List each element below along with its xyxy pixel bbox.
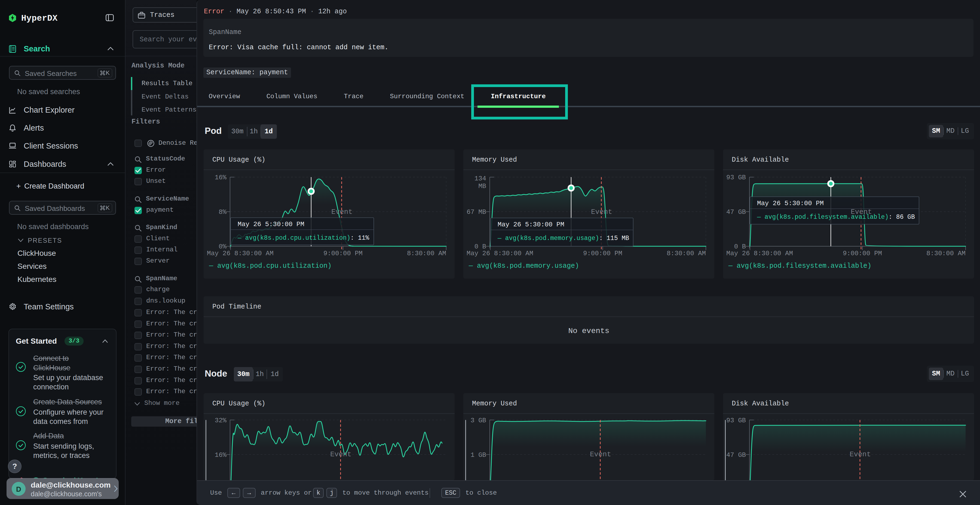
svg-text:May 26 5:30:00 PM: May 26 5:30:00 PM <box>238 221 304 228</box>
svg-text:Event: Event <box>591 208 612 216</box>
svg-text:Event: Event <box>850 450 871 459</box>
svg-text:47 GB: 47 GB <box>726 208 746 216</box>
svg-text:May 26 8:30:00 AM: May 26 8:30:00 AM <box>726 250 793 257</box>
svg-text:3 GB: 3 GB <box>470 417 486 424</box>
svg-text:16%: 16% <box>215 174 227 181</box>
svg-text:93 GB: 93 GB <box>726 174 746 181</box>
svg-text:93 GB: 93 GB <box>726 417 746 424</box>
svg-text:— avg(k8s.pod.cpu.utilization): — avg(k8s.pod.cpu.utilization): 11% <box>237 235 369 241</box>
svg-text:0%: 0% <box>219 243 226 250</box>
svg-text:47 GB: 47 GB <box>726 451 746 459</box>
svg-text:Event: Event <box>330 450 352 459</box>
svg-text:May 26 5:30:00 PM: May 26 5:30:00 PM <box>498 221 564 228</box>
svg-text:0 B: 0 B <box>734 243 746 250</box>
svg-text:8:30:00 AM: 8:30:00 AM <box>667 250 706 257</box>
svg-text:9:00:00 PM: 9:00:00 PM <box>843 250 882 257</box>
svg-text:0 B: 0 B <box>474 243 486 250</box>
svg-text:Event: Event <box>590 450 611 459</box>
svg-text:1 GB: 1 GB <box>470 451 486 459</box>
svg-text:134: 134 <box>474 175 486 182</box>
svg-text:67 MB: 67 MB <box>466 208 486 216</box>
svg-text:MB: MB <box>478 183 486 190</box>
svg-text:— avg(k8s.pod.filesystem.avail: — avg(k8s.pod.filesystem.available): 86 … <box>757 214 915 221</box>
svg-text:9:00:00 PM: 9:00:00 PM <box>583 250 622 257</box>
svg-text:9:00:00 PM: 9:00:00 PM <box>323 250 363 257</box>
svg-text:16%: 16% <box>215 451 227 459</box>
svg-text:May 26 5:30:00 PM: May 26 5:30:00 PM <box>757 200 824 207</box>
svg-text:8:30:00 AM: 8:30:00 AM <box>926 250 966 257</box>
svg-text:— avg(k8s.pod.memory.usage): 1: — avg(k8s.pod.memory.usage): 115 MB <box>497 235 629 242</box>
svg-text:32%: 32% <box>215 417 227 424</box>
svg-text:8:30:00 AM: 8:30:00 AM <box>407 250 446 257</box>
svg-text:May 26 8:30:00 AM: May 26 8:30:00 AM <box>466 250 533 257</box>
svg-text:Event: Event <box>331 208 353 216</box>
svg-text:May 26 8:30:00 AM: May 26 8:30:00 AM <box>207 250 274 257</box>
svg-text:8%: 8% <box>219 208 226 216</box>
